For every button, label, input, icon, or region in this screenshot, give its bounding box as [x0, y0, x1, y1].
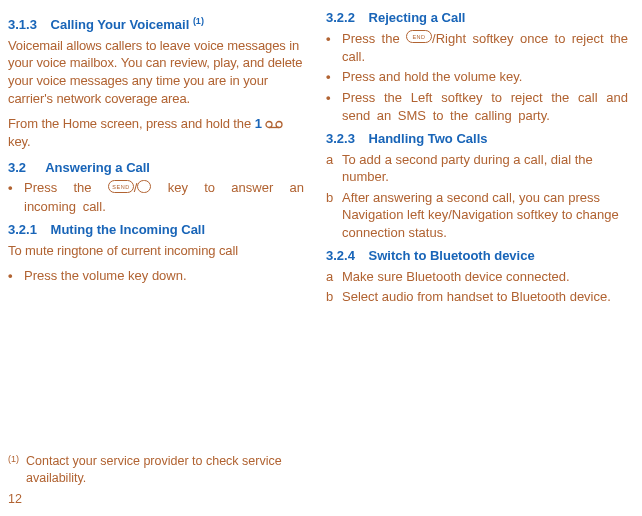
heading-title: Switch to Bluetooth device: [369, 248, 535, 263]
footnote-number: (1): [8, 453, 26, 487]
send-key-icon: SEND: [108, 180, 134, 198]
mute-bullets: • Press the volume key down.: [8, 267, 304, 285]
handling-two-calls-list: a To add a second party during a call, d…: [326, 151, 628, 242]
text-part: key.: [8, 134, 30, 149]
footnote: (1) Contact your service provider to che…: [8, 453, 308, 487]
bullet-item: • Press the Left softkey to reject the c…: [326, 89, 628, 124]
list-letter: a: [326, 268, 342, 286]
bullet-dot: •: [326, 30, 342, 66]
bullet-dot: •: [326, 68, 342, 86]
heading-title: Calling Your Voicemail: [51, 17, 190, 32]
svg-point-0: [266, 121, 272, 127]
voicemail-instruction: From the Home screen, press and hold the…: [8, 115, 304, 151]
text-part: Press the: [342, 31, 406, 46]
bullet-dot: •: [326, 89, 342, 124]
heading-3-2-2: 3.2.2 Rejecting a Call: [326, 9, 628, 27]
svg-point-1: [276, 121, 282, 127]
list-text: To add a second party during a call, dia…: [342, 151, 628, 186]
heading-title: Handling Two Calls: [369, 131, 488, 146]
heading-3-2-4: 3.2.4 Switch to Bluetooth device: [326, 247, 628, 265]
page-number: 12: [8, 491, 308, 508]
heading-number: 3.2.3: [326, 131, 355, 146]
list-item: b Select audio from handset to Bluetooth…: [326, 288, 628, 306]
heading-3-2-3: 3.2.3 Handling Two Calls: [326, 130, 628, 148]
end-key-icon: END: [406, 30, 432, 48]
bullet-dot: •: [8, 179, 24, 215]
heading-title: Answering a Call: [45, 160, 150, 175]
heading-number: 3.2: [8, 160, 26, 175]
svg-text:SEND: SEND: [112, 184, 129, 190]
heading-number: 3.2.2: [326, 10, 355, 25]
left-column: 3.1.3 Calling Your Voicemail (1) Voicema…: [8, 9, 318, 516]
bullet-item: • Press the SEND/ key to answer an incom…: [8, 179, 304, 215]
bullet-text: Press the Left softkey to reject the cal…: [342, 89, 628, 124]
bluetooth-list: a Make sure Bluetooth device connected. …: [326, 268, 628, 306]
list-letter: a: [326, 151, 342, 186]
list-text: After answering a second call, you can p…: [342, 189, 628, 242]
bullet-item: • Press the volume key down.: [8, 267, 304, 285]
voicemail-icon: [265, 116, 283, 134]
key-1: 1: [255, 116, 262, 131]
reject-bullets: • Press the END/Right softkey once to re…: [326, 30, 628, 125]
mute-description: To mute ringtone of current incoming cal…: [8, 242, 304, 260]
list-text: Make sure Bluetooth device connected.: [342, 268, 570, 286]
voicemail-description: Voicemail allows callers to leave voice …: [8, 37, 304, 107]
bullet-item: • Press and hold the volume key.: [326, 68, 628, 86]
heading-title: Muting the Incoming Call: [51, 222, 206, 237]
list-item: a To add a second party during a call, d…: [326, 151, 628, 186]
heading-number: 3.2.1: [8, 222, 37, 237]
footnote-area: (1) Contact your service provider to che…: [8, 453, 308, 508]
bullet-text: Press and hold the volume key.: [342, 68, 522, 86]
list-item: a Make sure Bluetooth device connected.: [326, 268, 628, 286]
heading-number: 3.1.3: [8, 17, 37, 32]
footnote-marker: (1): [193, 16, 204, 26]
list-letter: b: [326, 288, 342, 306]
text-part: From the Home screen, press and hold the: [8, 116, 255, 131]
list-text: Select audio from handset to Bluetooth d…: [342, 288, 611, 306]
bullet-item: • Press the END/Right softkey once to re…: [326, 30, 628, 66]
answer-call-bullets: • Press the SEND/ key to answer an incom…: [8, 179, 304, 215]
heading-3-2: 3.2 Answering a Call: [8, 159, 304, 177]
round-key-icon: [137, 180, 151, 198]
heading-number: 3.2.4: [326, 248, 355, 263]
text-part: Press the: [24, 180, 108, 195]
list-letter: b: [326, 189, 342, 242]
bullet-dot: •: [8, 267, 24, 285]
bullet-text: Press the END/Right softkey once to reje…: [342, 30, 628, 66]
list-item: b After answering a second call, you can…: [326, 189, 628, 242]
svg-text:END: END: [413, 34, 426, 40]
manual-page: 3.1.3 Calling Your Voicemail (1) Voicema…: [0, 0, 642, 516]
heading-title: Rejecting a Call: [369, 10, 466, 25]
bullet-text: Press the volume key down.: [24, 267, 187, 285]
footnote-text: Contact your service provider to check s…: [26, 453, 308, 487]
svg-rect-5: [138, 181, 151, 193]
right-column: 3.2.2 Rejecting a Call • Press the END/R…: [318, 9, 628, 516]
heading-3-1-3: 3.1.3 Calling Your Voicemail (1): [8, 15, 304, 34]
bullet-text: Press the SEND/ key to answer an incomin…: [24, 179, 304, 215]
heading-3-2-1: 3.2.1 Muting the Incoming Call: [8, 221, 304, 239]
